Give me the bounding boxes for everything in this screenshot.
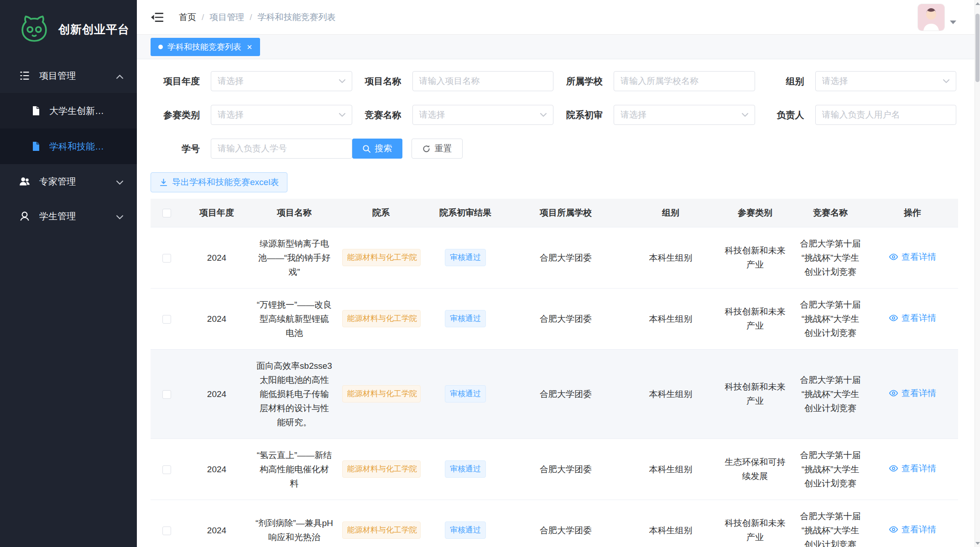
cell-year: 2024 [182, 227, 251, 288]
view-detail-link[interactable]: 查看详情 [889, 522, 936, 537]
cell-project-name: 绿源新型钠离子电池——“我的钠手好戏” [251, 227, 338, 288]
sidebar-item-expert-mgmt[interactable]: 专家管理 [0, 164, 137, 199]
column-header: 项目所属学校 [506, 199, 625, 227]
breadcrumb-current: 学科和技能竞赛列表 [258, 11, 336, 23]
dept-review-select[interactable]: 请选择 [614, 105, 755, 125]
vertical-scrollbar[interactable] [975, 0, 980, 547]
view-detail-link[interactable]: 查看详情 [889, 386, 936, 400]
cell-project-name: “氢云直上”——新结构高性能电催化材料 [251, 439, 338, 500]
cell-category: 科技创新和未来产业 [716, 349, 794, 439]
select-placeholder: 请选择 [218, 109, 244, 121]
filter-project-year: 项目年度 请选择 [151, 71, 352, 91]
cell-group: 本科生组别 [625, 349, 716, 439]
column-header: 项目年度 [182, 199, 251, 227]
tab-subject-skill-list[interactable]: 学科和技能竞赛列表 × [151, 38, 260, 56]
column-header: 院系 [338, 199, 424, 227]
top-bar: 首页 / 项目管理 / 学科和技能竞赛列表 [137, 0, 975, 35]
scrollbar-thumb[interactable] [975, 14, 980, 82]
row-checkbox[interactable] [162, 526, 171, 535]
sidebar-collapse-icon[interactable] [151, 12, 163, 23]
review-status-tag: 审核通过 [445, 521, 486, 539]
sidebar-menu: 项目管理 大学生创新… 学科和技能… [0, 58, 137, 233]
chevron-up-icon [116, 71, 123, 81]
avatar[interactable] [918, 4, 944, 31]
cell-project-name: “万锂挑一”——改良型高续航新型锂硫电池 [251, 288, 338, 349]
experts-icon [18, 175, 31, 187]
cell-group: 本科生组别 [625, 227, 716, 288]
document-icon [30, 105, 42, 116]
school-input[interactable] [614, 71, 755, 91]
project-name-input[interactable] [412, 71, 554, 91]
dept-tag: 能源材料与化工学院 [342, 385, 421, 403]
leader-input[interactable] [815, 105, 957, 125]
sidebar-item-label: 学科和技能… [49, 140, 104, 153]
sidebar-item-label: 学生管理 [39, 210, 76, 222]
scroll-down-icon[interactable] [975, 542, 980, 545]
export-excel-button[interactable]: 导出学科和技能竞赛excel表 [151, 172, 287, 192]
chevron-down-icon [116, 211, 123, 222]
competition-select[interactable]: 请选择 [412, 105, 554, 125]
header-checkbox-cell [151, 199, 182, 227]
cell-project-name: 面向高效率sb2sse3太阳能电池的高性能低损耗电子传输层材料的设计与性能研究。 [251, 349, 338, 439]
sidebar-item-label: 项目管理 [39, 70, 76, 82]
cell-school: 合肥大学团委 [506, 349, 625, 439]
filter-label: 所属学校 [553, 75, 603, 88]
select-placeholder: 请选择 [620, 109, 646, 121]
eye-icon [889, 252, 898, 262]
student-no-input[interactable] [211, 139, 352, 159]
filter-label: 院系初审 [553, 109, 603, 121]
cell-category: 生态环保和可持续发展 [716, 439, 794, 500]
document-icon [30, 141, 42, 152]
search-button[interactable]: 搜索 [352, 139, 402, 159]
competition-table: 项目年度 项目名称 院系 院系初审结果 项目所属学校 组别 参赛类别 竞赛名称 … [151, 199, 958, 547]
filter-group: 组别 请选择 [755, 71, 957, 91]
main-area: 首页 / 项目管理 / 学科和技能竞赛列表 [137, 0, 975, 547]
tab-close-icon[interactable]: × [247, 42, 252, 52]
view-detail-label: 查看详情 [902, 311, 936, 325]
row-checkbox[interactable] [162, 390, 171, 399]
row-checkbox[interactable] [162, 254, 171, 263]
user-menu-caret-icon[interactable] [950, 21, 956, 24]
column-header: 项目名称 [251, 199, 338, 227]
select-placeholder: 请选择 [218, 75, 244, 87]
tab-active-dot [158, 45, 163, 49]
sidebar-item-student-mgmt[interactable]: 学生管理 [0, 199, 137, 233]
review-status-tag: 审核通过 [445, 310, 486, 327]
view-detail-label: 查看详情 [902, 461, 936, 475]
view-detail-link[interactable]: 查看详情 [889, 461, 936, 475]
refresh-icon [422, 144, 431, 153]
cell-category: 科技创新和未来产业 [716, 500, 794, 547]
chevron-down-icon [339, 113, 345, 117]
reset-button[interactable]: 重置 [412, 139, 463, 159]
breadcrumb-section[interactable]: 项目管理 [209, 11, 244, 23]
eye-icon [889, 388, 898, 398]
user-area [918, 4, 956, 31]
table-row: 2024 “剂到病除”—兼具pH响应和光热治 能源材料与化工学院 审核通过 合肥… [151, 500, 958, 547]
column-header: 参赛类别 [716, 199, 794, 227]
sidebar-item-project-mgmt[interactable]: 项目管理 [0, 58, 137, 93]
breadcrumb-home[interactable]: 首页 [179, 11, 196, 23]
project-year-select[interactable]: 请选择 [211, 71, 352, 91]
sidebar-item-subject-skill[interactable]: 学科和技能… [0, 129, 137, 164]
view-detail-link[interactable]: 查看详情 [889, 311, 936, 325]
chevron-down-icon [540, 113, 547, 117]
view-detail-link[interactable]: 查看详情 [889, 250, 936, 264]
cell-school: 合肥大学团委 [506, 288, 625, 349]
row-checkbox[interactable] [162, 465, 171, 474]
column-header: 竞赛名称 [794, 199, 867, 227]
chevron-down-icon [339, 79, 345, 83]
row-checkbox[interactable] [162, 315, 171, 324]
list-icon [18, 70, 31, 82]
cell-year: 2024 [182, 288, 251, 349]
filter-label: 项目年度 [151, 75, 200, 88]
category-select[interactable]: 请选择 [211, 105, 352, 125]
filter-label: 竞赛名称 [352, 109, 401, 121]
download-icon [159, 178, 168, 187]
sidebar-item-undergrad-innovation[interactable]: 大学生创新… [0, 93, 137, 129]
scroll-up-icon[interactable] [975, 2, 980, 5]
reset-button-label: 重置 [435, 143, 452, 155]
cell-year: 2024 [182, 349, 251, 439]
filter-actions: 搜索 重置 [352, 139, 957, 159]
group-select[interactable]: 请选择 [815, 71, 957, 91]
select-all-checkbox[interactable] [162, 209, 171, 217]
